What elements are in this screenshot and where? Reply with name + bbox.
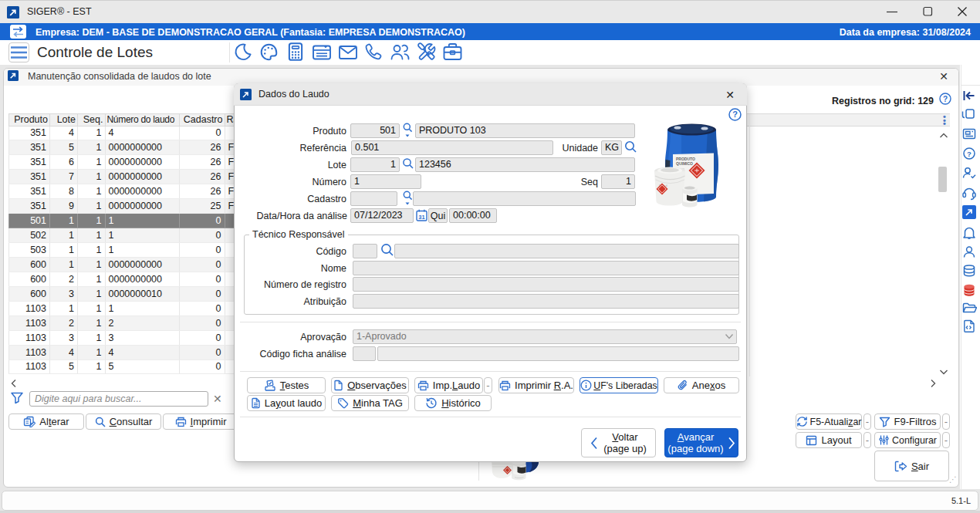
- svg-text:?: ?: [943, 95, 948, 103]
- svg-text:?: ?: [732, 110, 738, 119]
- svg-text:?: ?: [967, 150, 972, 158]
- svg-text:31: 31: [418, 214, 424, 221]
- svg-text:QUIMICO: QUIMICO: [676, 161, 693, 166]
